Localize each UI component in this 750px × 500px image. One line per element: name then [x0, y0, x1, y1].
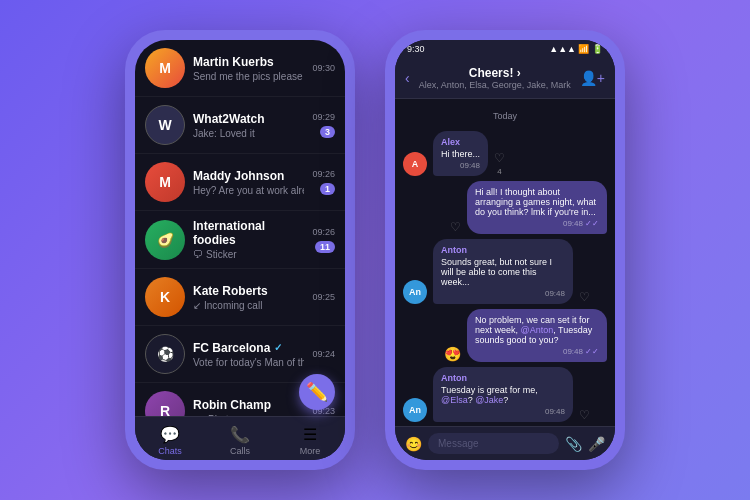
heart-icon[interactable]: ♡	[579, 408, 590, 422]
message-row-msg3: An Anton Sounds great, but not sure I wi…	[403, 239, 607, 304]
chat-name-fcb: FC Barcelona✓	[193, 341, 304, 355]
chat-name-maddy: Maddy Johnson	[193, 169, 304, 183]
calls-icon: 📞	[230, 425, 250, 444]
chat-info-intl: International foodies 🗩 Sticker	[193, 219, 304, 260]
status-bar: 9:30 ▲▲▲ 📶 🔋	[395, 40, 615, 58]
left-phone-screen: M Martin Kuerbs Send me the pics please …	[135, 40, 345, 460]
emoji-icon[interactable]: 😊	[405, 436, 422, 452]
bubble-msg1: Alex Hi there... 09:48	[433, 131, 488, 176]
msg-actions: 😍	[444, 346, 461, 362]
heart-icon[interactable]: ♡	[579, 290, 590, 304]
msg-time: 09:48	[441, 161, 480, 170]
chat-info-what2watch: What2Watch Jake: Loved it	[193, 112, 304, 139]
chat-meta-what2watch: 09:293	[312, 112, 335, 138]
chat-item-kate[interactable]: K Kate Roberts ↙ Incoming call 09:25	[135, 269, 345, 326]
chat-meta-intl: 09:2611	[312, 227, 335, 253]
avatar-kate: K	[145, 277, 185, 317]
chat-name-kate: Kate Roberts	[193, 284, 304, 298]
chat-item-intl[interactable]: 🥑 International foodies 🗩 Sticker 09:261…	[135, 211, 345, 269]
chat-time: 09:29	[312, 112, 335, 122]
chat-meta-maddy: 09:261	[312, 169, 335, 195]
msg-text: Sounds great, but not sure I will be abl…	[441, 257, 565, 287]
bubble-msg5: Anton Tuesday is great for me, @Elsa? @J…	[433, 367, 573, 422]
more-label: More	[300, 446, 321, 456]
messages-area: Today A Alex Hi there... 09:48 ♡ 4 Hi al…	[395, 99, 615, 426]
msg-avatar: A	[403, 152, 427, 176]
msg-time: 09:48✓✓	[475, 219, 599, 228]
chats-icon: 💬	[160, 425, 180, 444]
chat-time: 09:26	[312, 169, 335, 179]
avatar-what2watch: W	[145, 105, 185, 145]
chat-name-intl: International foodies	[193, 219, 304, 247]
chat-time: 09:25	[312, 292, 335, 302]
chat-preview-fcb: Vote for today's Man of the Match 🏆	[193, 357, 304, 368]
message-row-msg1: A Alex Hi there... 09:48 ♡ 4	[403, 131, 607, 176]
chat-info-fcb: FC Barcelona✓ Vote for today's Man of th…	[193, 341, 304, 368]
nav-more[interactable]: ☰ More	[275, 425, 345, 456]
compose-button[interactable]: ✏️	[299, 374, 335, 410]
back-button[interactable]: ‹	[405, 70, 410, 86]
msg-actions: ♡	[450, 220, 461, 234]
unread-badge: 3	[320, 126, 335, 138]
check-icon: ✓✓	[585, 219, 599, 228]
left-phone: M Martin Kuerbs Send me the pics please …	[125, 30, 355, 470]
msg-text: Tuesday is great for me, @Elsa? @Jake?	[441, 385, 565, 405]
avatar-fcb: ⚽	[145, 334, 185, 374]
message-row-msg2: Hi all! I thought about arranging a game…	[403, 181, 607, 234]
chat-input-bar: 😊 Message 📎 🎤	[395, 426, 615, 460]
message-input[interactable]: Message	[428, 433, 559, 454]
heart-icon[interactable]: ♡	[494, 151, 505, 165]
unread-badge: 11	[315, 241, 335, 253]
heart-icon[interactable]: ♡	[450, 220, 461, 234]
chat-preview-kate: ↙ Incoming call	[193, 300, 304, 311]
add-member-icon[interactable]: 👤+	[580, 70, 605, 86]
bottom-nav: 💬 Chats 📞 Calls ☰ More	[135, 416, 345, 460]
chat-time: 09:24	[312, 349, 335, 359]
verified-icon: ✓	[274, 342, 282, 353]
chat-item-maddy[interactable]: M Maddy Johnson Hey? Are you at work alr…	[135, 154, 345, 211]
like-count: 4	[497, 167, 501, 176]
msg-time: 09:48	[441, 407, 565, 416]
chats-label: Chats	[158, 446, 182, 456]
status-icons: ▲▲▲ 📶 🔋	[549, 44, 603, 54]
chat-item-martin[interactable]: M Martin Kuerbs Send me the pics please …	[135, 40, 345, 97]
msg-sender: Anton	[441, 373, 565, 383]
msg-avatar: An	[403, 398, 427, 422]
chat-meta-kate: 09:25	[312, 292, 335, 302]
msg-text: No problem, we can set it for next week,…	[475, 315, 599, 345]
chat-time: 09:30	[312, 63, 335, 73]
nav-chats[interactable]: 💬 Chats	[135, 425, 205, 456]
chat-header: ‹ Cheers! › Alex, Anton, Elsa, George, J…	[395, 58, 615, 99]
chat-info-maddy: Maddy Johnson Hey? Are you at work alrea…	[193, 169, 304, 196]
group-members: Alex, Anton, Elsa, George, Jake, Mark	[418, 80, 572, 90]
reaction-emoji: 😍	[444, 346, 461, 362]
chat-item-what2watch[interactable]: W What2Watch Jake: Loved it 09:293	[135, 97, 345, 154]
msg-actions: ♡ 4	[494, 151, 505, 176]
bubble-msg2: Hi all! I thought about arranging a game…	[467, 181, 607, 234]
right-phone-screen: 9:30 ▲▲▲ 📶 🔋 ‹ Cheers! › Alex, Anton, El…	[395, 40, 615, 460]
attach-icon[interactable]: 📎	[565, 436, 582, 452]
input-placeholder: Message	[438, 438, 479, 449]
msg-sender: Alex	[441, 137, 480, 147]
avatar-martin: M	[145, 48, 185, 88]
date-divider: Today	[403, 111, 607, 121]
chat-list: M Martin Kuerbs Send me the pics please …	[135, 40, 345, 460]
calls-label: Calls	[230, 446, 250, 456]
msg-actions: ♡	[579, 408, 590, 422]
check-icon: ✓✓	[585, 347, 599, 356]
msg-avatar: An	[403, 280, 427, 304]
msg-text: Hi all! I thought about arranging a game…	[475, 187, 599, 217]
chat-info-kate: Kate Roberts ↙ Incoming call	[193, 284, 304, 311]
nav-calls[interactable]: 📞 Calls	[205, 425, 275, 456]
unread-badge: 1	[320, 183, 335, 195]
photo-icon: 📷	[193, 414, 205, 417]
more-icon: ☰	[303, 425, 317, 444]
msg-time: 09:48✓✓	[475, 347, 599, 356]
chat-preview-martin: Send me the pics please	[193, 71, 304, 82]
message-row-msg4: No problem, we can set it for next week,…	[403, 309, 607, 362]
chat-name-robin: Robin Champ	[193, 398, 304, 412]
phones-container: M Martin Kuerbs Send me the pics please …	[125, 30, 625, 470]
status-time: 9:30	[407, 44, 425, 54]
mic-icon[interactable]: 🎤	[588, 436, 605, 452]
avatar-robin: R	[145, 391, 185, 416]
